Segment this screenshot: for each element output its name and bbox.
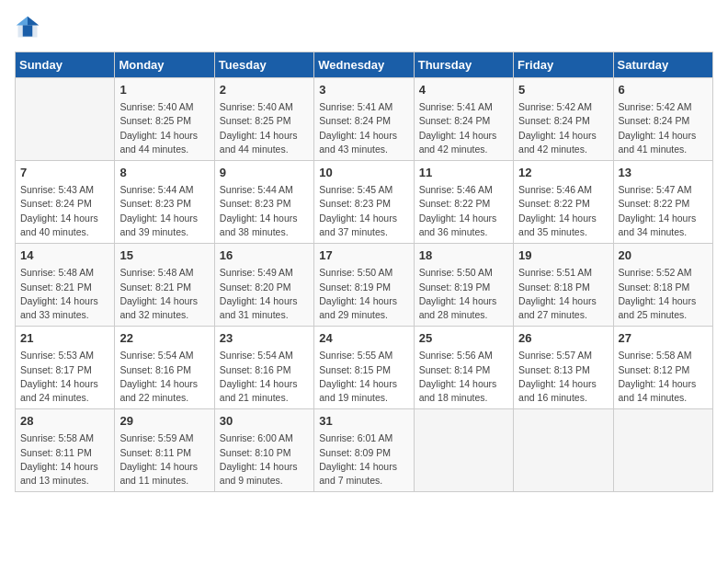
logo [15, 15, 44, 40]
week-row-1: 1Sunrise: 5:40 AM Sunset: 8:25 PM Daylig… [16, 78, 713, 161]
day-number: 10 [319, 165, 408, 181]
day-info: Sunrise: 5:58 AM Sunset: 8:12 PM Dayligh… [619, 349, 708, 405]
table-row [514, 409, 613, 492]
table-row: 29Sunrise: 5:59 AM Sunset: 8:11 PM Dayli… [115, 409, 214, 492]
day-number: 17 [319, 247, 408, 264]
day-info: Sunrise: 5:54 AM Sunset: 8:16 PM Dayligh… [220, 349, 309, 405]
day-number: 12 [518, 165, 608, 181]
day-info: Sunrise: 5:59 AM Sunset: 8:11 PM Dayligh… [119, 431, 209, 488]
day-info: Sunrise: 5:47 AM Sunset: 8:22 PM Dayligh… [619, 183, 708, 239]
table-row: 5Sunrise: 5:42 AM Sunset: 8:24 PM Daylig… [514, 78, 613, 161]
day-info: Sunrise: 5:41 AM Sunset: 8:24 PM Dayligh… [319, 100, 408, 156]
day-number: 16 [220, 247, 309, 264]
day-info: Sunrise: 5:43 AM Sunset: 8:24 PM Dayligh… [20, 183, 109, 239]
day-info: Sunrise: 5:52 AM Sunset: 8:18 PM Dayligh… [619, 266, 708, 322]
day-number: 26 [518, 330, 608, 347]
day-info: Sunrise: 5:40 AM Sunset: 8:25 PM Dayligh… [220, 100, 309, 156]
day-info: Sunrise: 5:40 AM Sunset: 8:25 PM Dayligh… [119, 100, 209, 156]
day-info: Sunrise: 5:57 AM Sunset: 8:13 PM Dayligh… [518, 349, 608, 405]
day-number: 28 [20, 413, 109, 430]
table-row: 28Sunrise: 5:58 AM Sunset: 8:11 PM Dayli… [16, 409, 115, 492]
day-number: 21 [20, 330, 109, 347]
day-number: 1 [119, 82, 209, 98]
day-info: Sunrise: 5:50 AM Sunset: 8:19 PM Dayligh… [419, 266, 508, 322]
table-row [16, 78, 115, 161]
day-info: Sunrise: 6:01 AM Sunset: 8:09 PM Dayligh… [319, 431, 408, 488]
table-row: 25Sunrise: 5:56 AM Sunset: 8:14 PM Dayli… [414, 327, 513, 409]
table-row: 22Sunrise: 5:54 AM Sunset: 8:16 PM Dayli… [115, 327, 214, 409]
day-number: 18 [419, 247, 508, 264]
week-row-4: 21Sunrise: 5:53 AM Sunset: 8:17 PM Dayli… [16, 327, 713, 409]
day-number: 3 [319, 82, 408, 98]
table-row [414, 409, 513, 492]
day-info: Sunrise: 5:55 AM Sunset: 8:15 PM Dayligh… [319, 349, 408, 405]
day-number: 29 [119, 413, 209, 430]
day-info: Sunrise: 5:48 AM Sunset: 8:21 PM Dayligh… [119, 266, 209, 322]
day-info: Sunrise: 5:48 AM Sunset: 8:21 PM Dayligh… [20, 266, 109, 322]
table-row: 26Sunrise: 5:57 AM Sunset: 8:13 PM Dayli… [514, 327, 613, 409]
week-row-2: 7Sunrise: 5:43 AM Sunset: 8:24 PM Daylig… [16, 161, 713, 244]
day-info: Sunrise: 5:44 AM Sunset: 8:23 PM Dayligh… [220, 183, 309, 239]
day-number: 2 [220, 82, 309, 98]
day-info: Sunrise: 5:46 AM Sunset: 8:22 PM Dayligh… [419, 183, 508, 239]
day-number: 9 [220, 165, 309, 181]
table-row: 6Sunrise: 5:42 AM Sunset: 8:24 PM Daylig… [613, 78, 712, 161]
day-info: Sunrise: 5:54 AM Sunset: 8:16 PM Dayligh… [119, 349, 209, 405]
week-row-5: 28Sunrise: 5:58 AM Sunset: 8:11 PM Dayli… [16, 409, 713, 492]
day-number: 14 [20, 247, 109, 264]
calendar-header-row: SundayMondayTuesdayWednesdayThursdayFrid… [16, 52, 713, 78]
table-row: 31Sunrise: 6:01 AM Sunset: 8:09 PM Dayli… [314, 409, 414, 492]
day-number: 23 [220, 330, 309, 347]
table-row: 7Sunrise: 5:43 AM Sunset: 8:24 PM Daylig… [16, 161, 115, 244]
table-row: 11Sunrise: 5:46 AM Sunset: 8:22 PM Dayli… [414, 161, 513, 244]
header-monday: Monday [115, 52, 214, 78]
table-row: 20Sunrise: 5:52 AM Sunset: 8:18 PM Dayli… [613, 244, 712, 327]
table-row: 1Sunrise: 5:40 AM Sunset: 8:25 PM Daylig… [115, 78, 214, 161]
day-info: Sunrise: 5:44 AM Sunset: 8:23 PM Dayligh… [119, 183, 209, 239]
table-row: 10Sunrise: 5:45 AM Sunset: 8:23 PM Dayli… [314, 161, 414, 244]
day-number: 25 [419, 330, 508, 347]
header-wednesday: Wednesday [314, 52, 414, 78]
table-row: 27Sunrise: 5:58 AM Sunset: 8:12 PM Dayli… [613, 327, 712, 409]
day-info: Sunrise: 5:51 AM Sunset: 8:18 PM Dayligh… [518, 266, 608, 322]
table-row: 21Sunrise: 5:53 AM Sunset: 8:17 PM Dayli… [16, 327, 115, 409]
table-row: 23Sunrise: 5:54 AM Sunset: 8:16 PM Dayli… [214, 327, 313, 409]
table-row: 30Sunrise: 6:00 AM Sunset: 8:10 PM Dayli… [214, 409, 313, 492]
day-number: 7 [20, 165, 109, 181]
day-info: Sunrise: 6:00 AM Sunset: 8:10 PM Dayligh… [220, 431, 309, 488]
week-row-3: 14Sunrise: 5:48 AM Sunset: 8:21 PM Dayli… [16, 244, 713, 327]
table-row: 18Sunrise: 5:50 AM Sunset: 8:19 PM Dayli… [414, 244, 513, 327]
day-number: 27 [619, 330, 708, 347]
header-sunday: Sunday [16, 52, 115, 78]
day-info: Sunrise: 5:50 AM Sunset: 8:19 PM Dayligh… [319, 266, 408, 322]
day-info: Sunrise: 5:41 AM Sunset: 8:24 PM Dayligh… [419, 100, 508, 156]
day-info: Sunrise: 5:49 AM Sunset: 8:20 PM Dayligh… [220, 266, 309, 322]
table-row: 17Sunrise: 5:50 AM Sunset: 8:19 PM Dayli… [314, 244, 414, 327]
day-info: Sunrise: 5:42 AM Sunset: 8:24 PM Dayligh… [518, 100, 608, 156]
table-row: 9Sunrise: 5:44 AM Sunset: 8:23 PM Daylig… [214, 161, 313, 244]
table-row: 3Sunrise: 5:41 AM Sunset: 8:24 PM Daylig… [314, 78, 414, 161]
svg-rect-3 [23, 25, 33, 36]
day-number: 5 [518, 82, 608, 98]
calendar-table: SundayMondayTuesdayWednesdayThursdayFrid… [15, 52, 713, 492]
day-info: Sunrise: 5:42 AM Sunset: 8:24 PM Dayligh… [619, 100, 708, 156]
day-info: Sunrise: 5:45 AM Sunset: 8:23 PM Dayligh… [319, 183, 408, 239]
day-number: 6 [619, 82, 708, 98]
table-row: 4Sunrise: 5:41 AM Sunset: 8:24 PM Daylig… [414, 78, 513, 161]
day-number: 31 [319, 413, 408, 430]
day-info: Sunrise: 5:53 AM Sunset: 8:17 PM Dayligh… [20, 349, 109, 405]
header-tuesday: Tuesday [214, 52, 313, 78]
header-saturday: Saturday [613, 52, 712, 78]
day-number: 11 [419, 165, 508, 181]
table-row: 15Sunrise: 5:48 AM Sunset: 8:21 PM Dayli… [115, 244, 214, 327]
svg-marker-2 [17, 17, 28, 26]
day-info: Sunrise: 5:58 AM Sunset: 8:11 PM Dayligh… [20, 431, 109, 488]
day-number: 4 [419, 82, 508, 98]
table-row: 14Sunrise: 5:48 AM Sunset: 8:21 PM Dayli… [16, 244, 115, 327]
day-number: 19 [518, 247, 608, 264]
day-number: 15 [119, 247, 209, 264]
day-number: 20 [619, 247, 708, 264]
day-info: Sunrise: 5:56 AM Sunset: 8:14 PM Dayligh… [419, 349, 508, 405]
day-number: 8 [119, 165, 209, 181]
table-row: 8Sunrise: 5:44 AM Sunset: 8:23 PM Daylig… [115, 161, 214, 244]
